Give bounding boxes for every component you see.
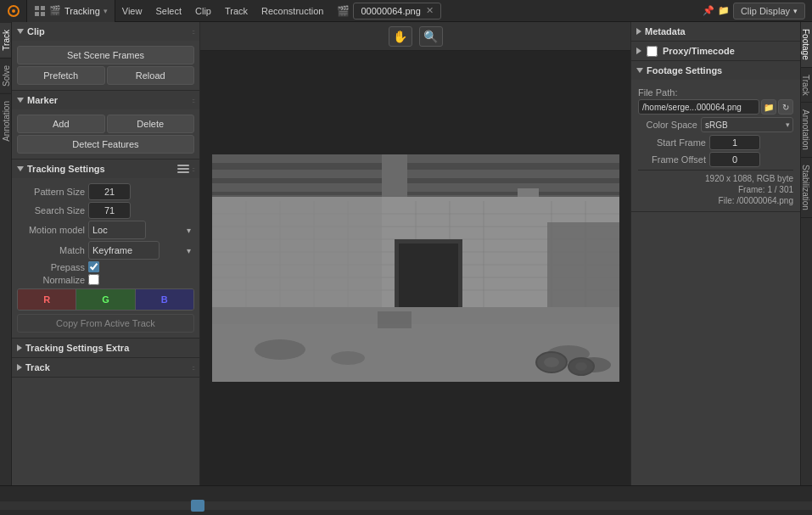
menu-select[interactable]: Select — [148, 0, 188, 22]
track-section-header[interactable]: Track :: — [12, 358, 199, 377]
file-info-text: File: /00000064.png — [638, 195, 793, 206]
right-tab-track[interactable]: Track — [801, 68, 812, 104]
copy-from-active-track-button[interactable]: Copy From Active Track — [17, 314, 194, 333]
pattern-size-input[interactable] — [88, 183, 131, 200]
filepath-refresh-button[interactable]: ↻ — [778, 99, 793, 115]
r-channel-button[interactable]: R — [18, 289, 76, 310]
move-tool-button[interactable]: ✋ — [389, 26, 412, 47]
tracking-settings-header[interactable]: Tracking Settings :: — [12, 160, 199, 178]
motion-model-select[interactable]: Loc Affine Perspective — [88, 221, 146, 239]
left-tab-annotation[interactable]: Annotation — [0, 93, 11, 148]
clip-section-header[interactable]: Clip :: — [12, 22, 199, 41]
timeline-marker[interactable] — [191, 500, 204, 512]
normalize-checkbox[interactable] — [88, 274, 99, 285]
search-tool-button[interactable]: 🔍 — [419, 26, 443, 47]
clip-collapse-icon — [17, 29, 24, 34]
proxy-timecode-checkbox[interactable] — [647, 46, 658, 57]
footage-image — [212, 154, 619, 382]
svg-rect-33 — [547, 222, 619, 307]
menu-view[interactable]: View — [115, 0, 149, 22]
tracking-settings-section: Tracking Settings :: Pattern Size Search… — [12, 160, 199, 339]
delete-marker-button[interactable]: Delete — [107, 115, 195, 133]
svg-rect-32 — [212, 197, 382, 307]
prefetch-button[interactable]: Prefetch — [17, 66, 105, 85]
menu-reconstruction[interactable]: Reconstruction — [255, 0, 330, 22]
footage-settings-header[interactable]: Footage Settings — [631, 61, 800, 80]
viewport-image[interactable] — [200, 51, 630, 485]
marker-section-header[interactable]: Marker :: — [12, 91, 199, 109]
g-channel-button[interactable]: G — [76, 289, 135, 310]
filename-box[interactable]: 00000064.png ✕ — [353, 3, 440, 20]
tracking-settings-extra-header[interactable]: Tracking Settings Extra — [12, 339, 199, 357]
image-content — [212, 154, 619, 382]
menu-clip[interactable]: Clip — [188, 0, 218, 22]
tracking-settings-extra-collapse-icon — [17, 344, 22, 351]
frame-offset-input[interactable] — [709, 152, 760, 167]
marker-section-title: Marker — [27, 95, 189, 105]
clip-section: Clip :: Set Scene Frames Prefetch Reload — [12, 22, 199, 91]
viewport-area: ✋ 🔍 — [200, 22, 630, 485]
tracking-settings-list-icon[interactable] — [177, 163, 189, 175]
left-tab-track[interactable]: Track — [0, 22, 11, 58]
metadata-header[interactable]: Metadata — [631, 22, 800, 41]
clip-display-button[interactable]: Clip Display ▾ — [733, 3, 805, 20]
svg-rect-3 — [41, 6, 45, 10]
svg-rect-4 — [35, 12, 39, 16]
add-marker-button[interactable]: Add — [17, 115, 105, 133]
filepath-input[interactable] — [638, 99, 759, 115]
marker-section: Marker :: Add Delete Detect Features — [12, 91, 199, 160]
clip-section-title: Clip — [27, 26, 189, 36]
motion-model-row: Motion model Loc Affine Perspective — [17, 221, 194, 239]
left-tabs: Track Solve Annotation — [0, 22, 12, 485]
normalize-row: Normalize — [17, 274, 194, 285]
track-collapse-icon — [17, 364, 22, 371]
motion-model-label: Motion model — [17, 225, 85, 235]
svg-rect-7 — [212, 154, 619, 197]
timeline-track[interactable] — [0, 501, 812, 510]
proxy-timecode-collapse-icon — [636, 48, 641, 54]
color-space-select[interactable]: sRGB Linear Raw — [701, 117, 793, 132]
footage-settings-collapse-icon — [636, 68, 643, 73]
proxy-timecode-header[interactable]: Proxy/Timecode — [631, 42, 800, 60]
editor-selector[interactable]: 🎬 Tracking ▾ — [27, 0, 115, 22]
filepath-browse-button[interactable]: 📁 — [761, 99, 776, 115]
main-content: Track Solve Annotation Clip :: Set Scene… — [0, 22, 812, 485]
search-size-input[interactable] — [88, 202, 131, 219]
dropdown-icon: ▾ — [793, 7, 798, 15]
editor-label: Tracking — [64, 6, 100, 16]
set-scene-frames-button[interactable]: Set Scene Frames — [17, 46, 194, 64]
start-frame-input[interactable] — [709, 135, 760, 150]
editor-dropdown-icon: ▾ — [104, 7, 108, 15]
tracking-settings-drag-handle: :: — [193, 165, 194, 173]
resolution-text: 1920 x 1088, RGB byte — [638, 173, 793, 184]
close-icon[interactable]: ✕ — [426, 5, 434, 16]
match-select-wrapper: Keyframe Previous frame — [88, 241, 194, 260]
svg-rect-43 — [212, 324, 619, 382]
metadata-title: Metadata — [645, 26, 686, 36]
search-size-label: Search Size — [17, 205, 85, 216]
frame-info-text: Frame: 1 / 301 — [638, 184, 793, 195]
match-select[interactable]: Keyframe Previous frame — [88, 241, 160, 260]
menu-track[interactable]: Track — [218, 0, 255, 22]
b-channel-button[interactable]: B — [136, 289, 193, 310]
folder-icon[interactable]: 📁 — [718, 5, 730, 16]
track-section-title: Track — [25, 362, 189, 372]
track-section: Track :: — [12, 358, 199, 378]
detect-features-button[interactable]: Detect Features — [17, 135, 194, 154]
pin-icon[interactable]: 📌 — [703, 5, 714, 16]
marker-section-content: Add Delete Detect Features — [12, 109, 199, 159]
tracking-settings-title: Tracking Settings — [27, 164, 174, 174]
motion-model-select-wrapper: Loc Affine Perspective — [88, 221, 194, 239]
color-space-select-wrapper: sRGB Linear Raw — [701, 117, 793, 132]
right-tab-stabilization[interactable]: Stabilization — [801, 158, 812, 218]
right-tab-annotation[interactable]: Annotation — [801, 103, 812, 158]
metadata-collapse-icon — [636, 28, 641, 35]
color-space-label: Color Space — [638, 120, 697, 130]
left-tab-solve[interactable]: Solve — [0, 58, 11, 93]
prepass-checkbox[interactable] — [88, 261, 99, 272]
copy-from-active-row: Copy From Active Track — [17, 314, 194, 333]
right-tabs: Footage Track Annotation Stabilization — [800, 22, 812, 485]
right-tab-footage[interactable]: Footage — [801, 22, 812, 68]
footage-settings-section: Footage Settings File Path: 📁 ↻ Color Sp… — [631, 61, 800, 212]
reload-button[interactable]: Reload — [107, 66, 195, 85]
